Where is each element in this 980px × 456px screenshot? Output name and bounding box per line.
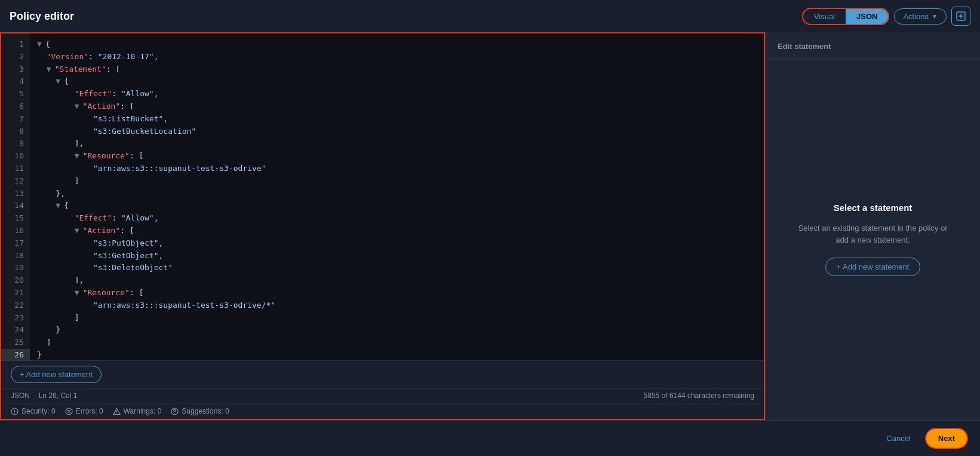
line-num-17: 17: [1, 237, 30, 250]
line-num-12: 12: [1, 175, 30, 188]
status-left: JSON Ln 26, Col 1: [11, 391, 77, 400]
line-num-8: 8: [1, 126, 30, 138]
line-numbers: 1 2 3 4 5 6 7 8 9 10 11 12 13 14 15 16 1…: [1, 33, 30, 360]
svg-point-4: [14, 412, 15, 413]
actions-button[interactable]: Actions ▼: [894, 8, 947, 25]
editor-area[interactable]: 1 2 3 4 5 6 7 8 9 10 11 12 13 14 15 16 1…: [1, 33, 764, 360]
line-num-9: 9: [1, 137, 30, 150]
format-label: JSON: [11, 391, 30, 400]
tab-visual[interactable]: Visual: [803, 9, 846, 24]
top-bar: Policy editor Visual JSON Actions ▼: [0, 0, 980, 32]
add-statement-bottom-button[interactable]: + Add new statement: [11, 366, 102, 383]
diagnostics-bar: Security: 0 Errors: 0 Warnings: 0: [1, 403, 764, 419]
line-num-4: 4: [1, 75, 30, 88]
line-num-15: 15: [1, 212, 30, 225]
diag-errors: Errors: 0: [65, 407, 103, 415]
view-toggle-group: Visual JSON: [802, 8, 890, 25]
add-new-statement-button[interactable]: + Add new statement: [825, 258, 921, 276]
suggestions-icon: [171, 408, 179, 415]
diag-suggestions: Suggestions: 0: [171, 407, 229, 415]
line-num-25: 25: [1, 336, 30, 349]
line-num-6: 6: [1, 100, 30, 113]
line-num-16: 16: [1, 225, 30, 237]
select-statement-title: Select a statement: [834, 203, 913, 213]
main-content: 1 2 3 4 5 6 7 8 9 10 11 12 13 14 15 16 1…: [0, 32, 980, 420]
line-num-1: 1: [1, 38, 30, 51]
line-num-20: 20: [1, 274, 30, 287]
line-num-13: 13: [1, 188, 30, 200]
line-num-21: 21: [1, 287, 30, 299]
status-bar: JSON Ln 26, Col 1 5855 of 6144 character…: [1, 388, 764, 403]
errors-icon: [65, 408, 73, 415]
right-panel: Edit statement Select a statement Select…: [765, 32, 980, 420]
security-icon: [11, 408, 19, 415]
top-bar-left: Policy editor: [10, 10, 74, 23]
svg-point-6: [116, 413, 117, 414]
line-num-7: 7: [1, 113, 30, 126]
line-num-22: 22: [1, 299, 30, 312]
editor-panel: 1 2 3 4 5 6 7 8 9 10 11 12 13 14 15 16 1…: [0, 32, 765, 420]
line-num-18: 18: [1, 250, 30, 262]
line-num-23: 23: [1, 312, 30, 325]
page-title: Policy editor: [10, 10, 74, 23]
line-num-3: 3: [1, 63, 30, 76]
diag-security: Security: 0: [11, 407, 56, 415]
right-panel-body: Select a statement Select an existing st…: [766, 59, 980, 420]
help-icon-button[interactable]: [951, 7, 970, 26]
diag-warnings: Warnings: 0: [113, 407, 162, 415]
cancel-button[interactable]: Cancel: [879, 430, 917, 446]
line-num-14: 14: [1, 200, 30, 212]
line-num-19: 19: [1, 262, 30, 274]
footer: Cancel Next: [0, 420, 980, 456]
next-button[interactable]: Next: [925, 428, 968, 449]
cursor-position: Ln 26, Col 1: [39, 391, 78, 400]
line-num-26: 26: [1, 349, 30, 360]
editor-bottom: + Add new statement: [1, 360, 764, 388]
code-editor[interactable]: ▼{ "Version": "2012-10-17", ▼"Statement"…: [30, 33, 764, 360]
line-num-10: 10: [1, 150, 30, 163]
line-num-24: 24: [1, 324, 30, 336]
right-panel-header: Edit statement: [766, 32, 980, 59]
line-num-5: 5: [1, 88, 30, 100]
line-num-11: 11: [1, 163, 30, 175]
chars-remaining: 5855 of 6144 characters remaining: [644, 391, 754, 400]
tab-json[interactable]: JSON: [846, 9, 888, 24]
svg-point-8: [174, 412, 175, 413]
chevron-down-icon: ▼: [932, 13, 938, 20]
top-bar-right: Visual JSON Actions ▼: [802, 7, 970, 26]
line-num-2: 2: [1, 51, 30, 63]
select-statement-desc: Select an existing statement in the poli…: [795, 222, 951, 246]
warnings-icon: [113, 408, 121, 415]
